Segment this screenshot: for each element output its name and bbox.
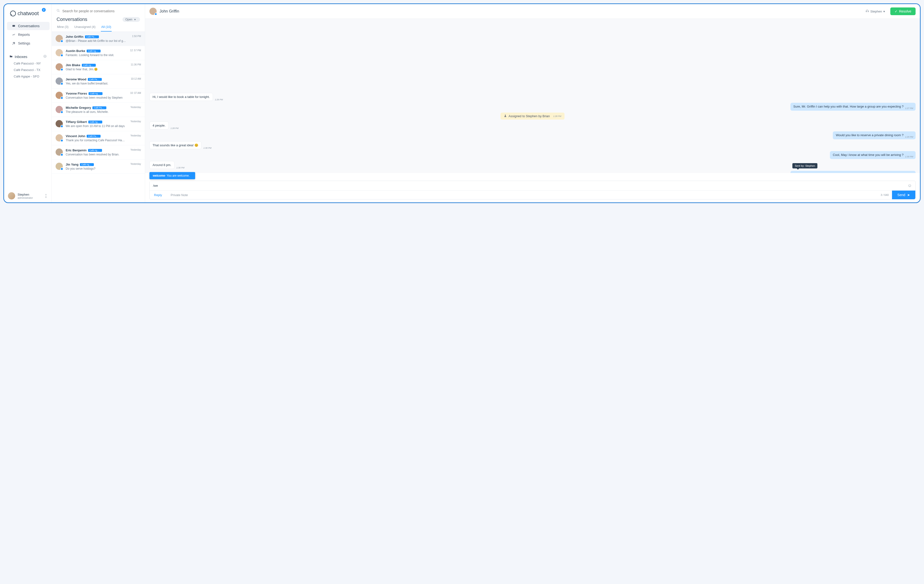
conversation-snippet: @Brian - Please add Mr.Griffin to our li… bbox=[66, 39, 129, 43]
conversation-avatar bbox=[56, 106, 63, 113]
conversation-item[interactable]: Jerome WoodCafé Pascu…Yes, we do have bu… bbox=[52, 74, 145, 89]
conversation-item[interactable]: Michelle GregoryCafé Pascu…The pleasure … bbox=[52, 103, 145, 117]
status-filter-dropdown[interactable]: Open ▾ bbox=[122, 17, 140, 22]
emoji-picker-button[interactable]: ☺ bbox=[904, 183, 915, 188]
conversation-avatar bbox=[56, 63, 63, 71]
message-text: Cool, May i know at what time you will b… bbox=[833, 153, 904, 157]
current-user-role: administrator bbox=[18, 196, 41, 199]
filter-tab[interactable]: Mine (3) bbox=[56, 25, 69, 31]
message-row: That sounds like a great idea! 😊1:30 PM bbox=[149, 141, 916, 149]
conversation-item[interactable]: Vincent JohnCafé Pascu…Thank you for con… bbox=[52, 131, 145, 145]
conversation-snippet: Yes, we do have buffet breakfast. bbox=[66, 82, 128, 85]
message-row: 4 people.1:28 PM bbox=[149, 122, 916, 129]
sender-tooltip: Sent by: Stephen bbox=[792, 163, 817, 168]
conversation-name: Jim Blake bbox=[66, 63, 80, 67]
conversation-name: Vincent John bbox=[66, 134, 85, 138]
nav-item-conversations[interactable]: Conversations bbox=[7, 22, 50, 30]
conversation-inbox-badge: Café Pascu… bbox=[85, 35, 99, 38]
reply-input[interactable] bbox=[150, 181, 904, 190]
agent-assign-dropdown[interactable]: Stephen ▾ bbox=[863, 8, 888, 15]
inbox-item[interactable]: Café Agape - SFO bbox=[4, 73, 51, 80]
conversation-item[interactable]: Tiffany GilbertCafé Agap…We are open fro… bbox=[52, 117, 145, 131]
chat-panel: John Griffin Stephen ▾ ✓ Resolve Hi, I w… bbox=[145, 4, 920, 202]
conversation-name: Jin Yang bbox=[66, 163, 78, 166]
conversation-time: 1:50 PM bbox=[132, 35, 141, 43]
conversation-avatar bbox=[56, 120, 63, 127]
conversation-item[interactable]: Jim BlakeCafé Agap…Glad to hear that, Ji… bbox=[52, 60, 145, 74]
suggestion-key: welcome bbox=[153, 174, 165, 177]
incoming-message: Hi, I would like to book a table for ton… bbox=[149, 93, 213, 101]
conversation-time: Yesterday bbox=[130, 163, 141, 170]
message-row: Cool, May i know at what time you will b… bbox=[149, 151, 916, 159]
conversation-snippet: Fantastic. Looking forward to the visit. bbox=[66, 53, 127, 57]
canned-response-suggestion[interactable]: welcome- You are welcome. bbox=[149, 172, 195, 179]
incoming-message: That sounds like a great idea! 😊 bbox=[149, 141, 201, 149]
conversation-snippet: Glad to hear that, Jim.😊 bbox=[66, 68, 128, 71]
conversation-time: Yesterday bbox=[130, 120, 141, 128]
chat-header: John Griffin Stephen ▾ ✓ Resolve bbox=[145, 4, 920, 19]
outgoing-message: Sure, Mr. Griffin I can help you with th… bbox=[790, 103, 916, 111]
svg-point-4 bbox=[505, 115, 506, 116]
nav-label: Conversations bbox=[18, 24, 40, 28]
message-time: 1:29 PM bbox=[905, 136, 913, 138]
outgoing-message: Would you like to reserve a private dini… bbox=[833, 131, 916, 139]
message-text: Hi, I would like to book a table for ton… bbox=[153, 95, 210, 99]
conversation-name: Jerome Wood bbox=[66, 78, 86, 81]
conversation-time: 10:12 AM bbox=[131, 78, 141, 85]
conversation-item[interactable]: Austin BurkeCafé Agap…Fantastic. Looking… bbox=[52, 46, 145, 60]
conversation-item[interactable]: John GriffinCafé Pascu…@Brian - Please a… bbox=[52, 32, 145, 46]
message-time: 1:28 PM bbox=[171, 127, 179, 129]
filter-tab[interactable]: Unassigned (4) bbox=[74, 25, 96, 31]
inbox-item[interactable]: Café Pascucci - TX bbox=[4, 67, 51, 73]
brand-text: chatwoot bbox=[18, 10, 39, 16]
inboxes-title: Inboxes bbox=[15, 54, 27, 59]
suggestion-text: - You are welcome. bbox=[165, 174, 190, 177]
inbox-item[interactable]: Café Pascucci - NY bbox=[4, 60, 51, 67]
search-icon bbox=[56, 9, 60, 13]
contact-avatar[interactable] bbox=[149, 8, 157, 15]
add-inbox-button[interactable] bbox=[43, 54, 47, 59]
send-arrow-icon: ➤ bbox=[907, 193, 910, 197]
sidebar: chatwoot β ConversationsReportsSettings … bbox=[4, 4, 52, 202]
conversation-avatar bbox=[56, 163, 63, 170]
conversation-item[interactable]: Eric BenjaminCafé Agap…Conversation has … bbox=[52, 145, 145, 160]
system-text: Assigned to Stephen by Brian bbox=[509, 114, 550, 118]
conversation-snippet: The pleasure is all ours, Michelle. bbox=[66, 110, 127, 114]
search-input[interactable] bbox=[62, 9, 140, 13]
message-row: Sent by: StephenThank you, Mr.Griffin. W… bbox=[149, 171, 916, 173]
conversation-avatar bbox=[56, 134, 63, 142]
current-user-avatar[interactable] bbox=[8, 192, 15, 200]
nav-item-reports[interactable]: Reports bbox=[7, 31, 50, 39]
message-text: Sure, Mr. Griffin I can help you with th… bbox=[793, 105, 904, 108]
svg-rect-1 bbox=[13, 25, 15, 27]
message-time: 1:26 PM bbox=[215, 98, 223, 101]
conversation-avatar bbox=[56, 148, 63, 156]
conversation-item[interactable]: Jin YangCafé Agap…Do you serve hotdogs?Y… bbox=[52, 160, 145, 174]
current-user-name: Stephen bbox=[18, 193, 41, 196]
conversation-avatar bbox=[56, 78, 63, 85]
headset-icon bbox=[866, 9, 869, 13]
conversations-title: Conversations bbox=[56, 16, 87, 22]
chevron-down-icon: ▾ bbox=[883, 10, 885, 13]
conversation-time: Yesterday bbox=[130, 106, 141, 114]
conversation-avatar bbox=[56, 49, 63, 56]
conversation-time: 11:36 PM bbox=[131, 63, 141, 71]
conversation-inbox-badge: Café Pascu… bbox=[88, 78, 102, 81]
send-button[interactable]: Send ➤ bbox=[892, 191, 915, 199]
filter-tab[interactable]: All (10) bbox=[101, 25, 112, 31]
user-menu-button[interactable]: ⋮ bbox=[44, 193, 48, 198]
conversation-name: John Griffin bbox=[66, 35, 84, 38]
tab-private-note[interactable]: Private Note bbox=[166, 191, 192, 199]
sidebar-footer: Stephen administrator ⋮ bbox=[4, 190, 51, 202]
conversation-list[interactable]: John GriffinCafé Pascu…@Brian - Please a… bbox=[52, 32, 145, 202]
conversation-list-panel: Conversations Open ▾ Mine (3)Unassigned … bbox=[52, 4, 145, 202]
conversation-name: Michelle Gregory bbox=[66, 106, 91, 109]
conversation-time: Yesterday bbox=[130, 134, 141, 142]
chat-message-list[interactable]: Hi, I would like to book a table for ton… bbox=[145, 19, 920, 173]
trend-icon bbox=[12, 33, 16, 36]
nav-item-settings[interactable]: Settings bbox=[7, 39, 50, 48]
tab-reply[interactable]: Reply bbox=[150, 191, 166, 199]
resolve-button[interactable]: ✓ Resolve bbox=[890, 7, 916, 15]
conversation-name: Austin Burke bbox=[66, 49, 85, 53]
conversation-item[interactable]: Yvonne FloresCafé Agap…Conversation has … bbox=[52, 89, 145, 103]
